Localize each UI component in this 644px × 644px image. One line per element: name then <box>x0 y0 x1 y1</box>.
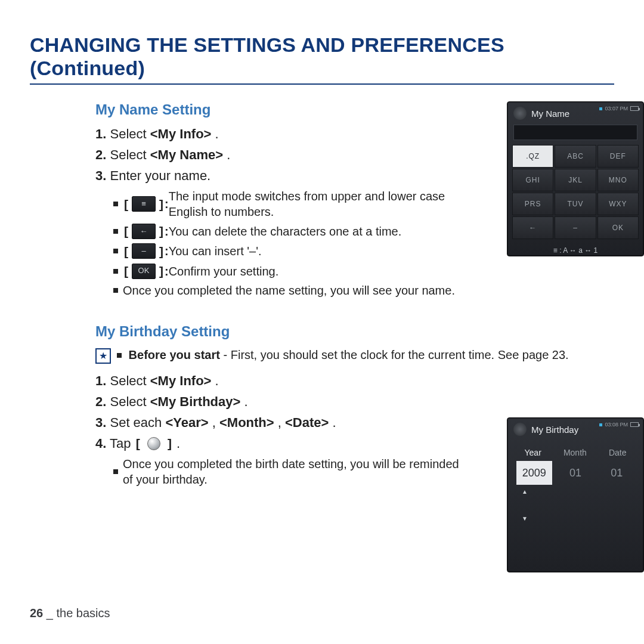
status-time: 03:07 PM <box>605 106 628 112</box>
year-value[interactable]: 2009 <box>516 461 552 485</box>
gear-icon <box>513 423 527 436</box>
signal-icon <box>599 107 602 110</box>
keypad-key-abc[interactable]: ABC <box>555 145 596 168</box>
bullet-icon <box>113 288 118 293</box>
arrow-up-icon[interactable]: ▲ <box>522 488 528 495</box>
phone-title: My Birthday <box>531 425 578 435</box>
gear-icon <box>513 107 527 120</box>
center-button-icon <box>147 437 160 450</box>
month-value[interactable]: 01 <box>558 461 593 485</box>
keypad-key-ghi[interactable]: GHI <box>512 169 553 191</box>
keypad-key-wxy[interactable]: WXY <box>597 193 639 215</box>
tab-month[interactable]: Month <box>564 448 587 457</box>
bullet-icon <box>113 202 118 206</box>
phone-mybirthday-screenshot: 03:08 PM My Birthday Year Month Date ▲ ▼… <box>507 417 644 572</box>
page-footer: 26 _ the basics <box>30 606 110 620</box>
phone-myname-screenshot: 03:07 PM My Name .QZ ABC DEF GHI JKL MNO… <box>507 101 644 256</box>
ok-key-icon: OK <box>132 264 156 279</box>
name-input-field[interactable] <box>513 125 637 140</box>
bullet-icon <box>113 249 118 253</box>
arrow-down-icon[interactable]: ▼ <box>522 515 528 522</box>
note-star-icon: ★ <box>95 348 111 364</box>
bday-steps: 1. Select <My Info> . 2. Select <My Birt… <box>95 372 465 487</box>
phone-title: My Name <box>531 109 569 119</box>
step-num: 1. <box>95 126 106 141</box>
keypad-key-def[interactable]: DEF <box>597 145 639 168</box>
back-key-icon: ← <box>132 224 156 239</box>
bullet-icon <box>113 229 118 234</box>
page-title: CHANGING THE SETTINGS AND PREFERENCES (C… <box>30 33 614 85</box>
chapter-name: the basics <box>57 606 110 620</box>
battery-icon <box>630 106 639 111</box>
keypad-key-prs[interactable]: PRS <box>512 193 553 215</box>
input-mode-indicator: ≡ : A ↔ a ↔ 1 <box>513 246 637 255</box>
date-value[interactable]: 01 <box>599 461 634 485</box>
signal-icon <box>599 423 602 426</box>
keypad-key-tuv[interactable]: TUV <box>555 193 596 215</box>
keypad-key-mno[interactable]: MNO <box>597 169 639 191</box>
keypad-key-back[interactable]: ← <box>512 216 553 239</box>
dash-key-icon: – <box>132 243 156 259</box>
keypad-key-dash[interactable]: – <box>555 216 596 239</box>
bullet-icon <box>117 353 122 358</box>
page-number: 26 <box>30 606 43 620</box>
mode-key-icon: ≡ <box>132 196 156 212</box>
bullet-icon <box>113 269 118 274</box>
bullet-icon <box>113 469 118 474</box>
keypad-key-ok[interactable]: OK <box>597 216 639 239</box>
battery-icon <box>630 422 639 427</box>
step-num: 2. <box>95 147 106 162</box>
keypad-key-qz[interactable]: .QZ <box>512 145 553 168</box>
tab-date[interactable]: Date <box>609 448 627 457</box>
name-steps: 1. Select <My Info> . 2. Select <My Name… <box>95 125 465 298</box>
step-num: 3. <box>95 168 106 183</box>
tab-year[interactable]: Year <box>525 448 541 457</box>
status-time: 03:08 PM <box>605 422 628 428</box>
keypad-key-jkl[interactable]: JKL <box>555 169 596 191</box>
my-birthday-heading: My Birthday Setting <box>95 323 614 340</box>
